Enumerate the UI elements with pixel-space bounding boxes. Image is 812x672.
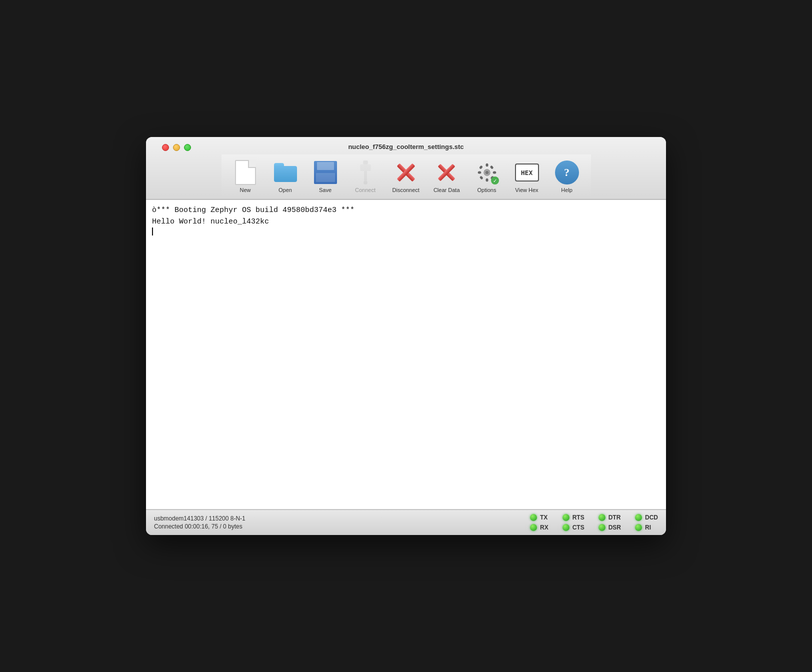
cts-indicator: CTS xyxy=(562,524,584,531)
rx-label: RX xyxy=(540,524,548,531)
disconnect-button[interactable]: Disconnect xyxy=(386,156,426,196)
main-window: nucleo_f756zg_coolterm_settings.stc New xyxy=(146,137,666,535)
rts-cts-group: RTS CTS xyxy=(562,514,584,531)
terminal-cursor-line xyxy=(152,228,660,236)
connection-status: Connected 00:00:16, 75 / 0 bytes xyxy=(154,523,246,530)
help-icon: ? xyxy=(554,160,580,186)
svg-rect-2 xyxy=(364,171,367,180)
rts-led xyxy=(562,514,570,521)
rts-indicator: RTS xyxy=(562,514,584,521)
connect-button[interactable]: Connect xyxy=(346,156,386,196)
clear-data-label: Clear Data xyxy=(434,187,460,193)
open-icon xyxy=(272,160,298,186)
dcd-ri-group: DCD RI xyxy=(635,514,658,531)
ri-indicator: RI xyxy=(635,524,658,531)
connect-icon xyxy=(352,160,378,186)
help-label: Help xyxy=(561,187,572,193)
svg-rect-6 xyxy=(486,178,488,182)
terminal-cursor xyxy=(152,228,153,236)
cts-led xyxy=(562,524,570,531)
svg-rect-11 xyxy=(490,165,494,169)
tx-led xyxy=(530,514,537,521)
save-label: Save xyxy=(319,187,332,193)
dsr-label: DSR xyxy=(608,524,621,531)
options-button[interactable]: ✓ Options xyxy=(467,156,507,196)
terminal-line-1: ò*** Booting Zephyr OS build 49580bd374e… xyxy=(152,205,660,216)
status-right: TX RX RTS CTS xyxy=(530,514,658,531)
svg-rect-7 xyxy=(478,172,481,174)
disconnect-label: Disconnect xyxy=(392,187,420,193)
save-icon xyxy=(312,160,338,186)
open-label: Open xyxy=(278,187,292,193)
terminal-line-2: Hello World! nucleo_l432kc xyxy=(152,216,660,228)
dtr-indicator: DTR xyxy=(598,514,621,521)
dcd-indicator: DCD xyxy=(635,514,658,521)
titlebar: nucleo_f756zg_coolterm_settings.stc New xyxy=(146,137,666,200)
svg-rect-8 xyxy=(492,172,496,174)
connection-info: usbmodem141303 / 115200 8-N-1 xyxy=(154,515,246,522)
save-button[interactable]: Save xyxy=(306,156,346,196)
dsr-indicator: DSR xyxy=(598,524,621,531)
clear-data-button[interactable]: Clear Data xyxy=(426,156,467,196)
tx-rx-group: TX RX xyxy=(530,514,548,531)
dsr-led xyxy=(598,524,606,531)
svg-point-14 xyxy=(485,171,488,174)
dtr-label: DTR xyxy=(608,514,621,521)
maximize-button[interactable] xyxy=(184,144,191,151)
hex-text: HEX xyxy=(515,164,539,182)
status-left: usbmodem141303 / 115200 8-N-1 Connected … xyxy=(154,515,246,530)
minimize-button[interactable] xyxy=(173,144,180,151)
open-button[interactable]: Open xyxy=(266,156,306,196)
svg-rect-9 xyxy=(478,165,482,169)
new-icon xyxy=(232,160,258,186)
cts-label: CTS xyxy=(572,524,584,531)
dcd-label: DCD xyxy=(645,514,658,521)
dtr-led xyxy=(598,514,606,521)
close-button[interactable] xyxy=(162,144,169,151)
window-title: nucleo_f756zg_coolterm_settings.stc xyxy=(348,143,464,150)
new-button[interactable]: New xyxy=(226,156,266,196)
terminal-output[interactable]: ò*** Booting Zephyr OS build 49580bd374e… xyxy=(146,200,666,510)
options-check-badge: ✓ xyxy=(491,176,499,184)
tx-indicator: TX xyxy=(530,514,548,521)
toolbar: New Open Save xyxy=(222,154,591,199)
rx-indicator: RX xyxy=(530,524,548,531)
rx-led xyxy=(530,524,537,531)
ri-led xyxy=(635,524,642,531)
options-label: Options xyxy=(478,187,496,193)
view-hex-icon: HEX xyxy=(514,160,540,186)
svg-point-3 xyxy=(364,180,368,184)
disconnect-icon xyxy=(393,160,419,186)
view-hex-label: View Hex xyxy=(515,187,538,193)
connect-label: Connect xyxy=(355,187,376,193)
svg-rect-5 xyxy=(486,164,488,167)
rts-label: RTS xyxy=(572,514,584,521)
svg-rect-0 xyxy=(363,160,368,164)
clear-data-icon xyxy=(434,160,460,186)
svg-rect-12 xyxy=(479,176,483,180)
statusbar: usbmodem141303 / 115200 8-N-1 Connected … xyxy=(146,510,666,535)
new-label: New xyxy=(240,187,250,193)
ri-label: RI xyxy=(645,524,651,531)
help-button[interactable]: ? Help xyxy=(547,156,587,196)
options-icon: ✓ xyxy=(474,160,500,186)
svg-rect-1 xyxy=(360,164,370,171)
view-hex-button[interactable]: HEX View Hex xyxy=(507,156,547,196)
dtr-dsr-group: DTR DSR xyxy=(598,514,621,531)
dcd-led xyxy=(635,514,642,521)
tx-label: TX xyxy=(540,514,548,521)
